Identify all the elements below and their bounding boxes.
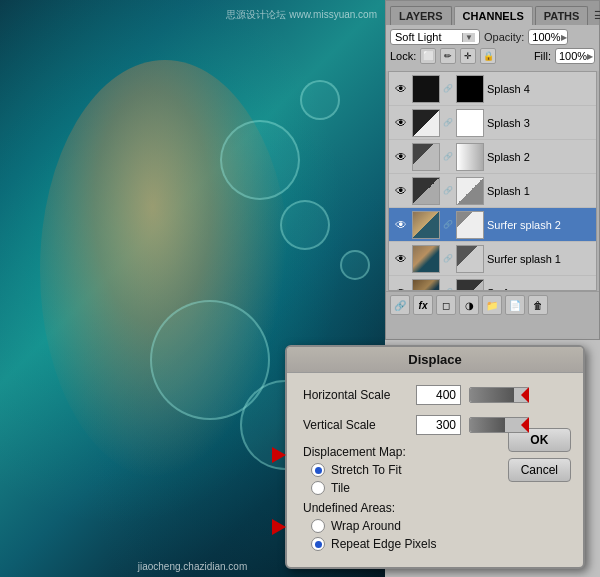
lock-brush-icon[interactable]: ✏ bbox=[440, 48, 456, 64]
stretch-to-fit-label: Stretch To Fit bbox=[331, 463, 401, 477]
repeat-edge-radio[interactable] bbox=[311, 537, 325, 551]
tile-row: Tile bbox=[311, 481, 567, 495]
fill-label: Fill: bbox=[534, 50, 551, 62]
layer-visibility-icon[interactable]: 👁 bbox=[393, 149, 409, 165]
displace-dialog: Displace OK Cancel Horizontal Scale Vert… bbox=[285, 345, 585, 569]
layer-thumbnail bbox=[412, 143, 440, 171]
blend-mode-value: Soft Light bbox=[395, 31, 441, 43]
layer-item[interactable]: 👁🔗Surfer bbox=[389, 276, 596, 291]
site-label: jiaocheng.chazidian.com bbox=[138, 561, 248, 572]
layer-visibility-icon[interactable]: 👁 bbox=[393, 81, 409, 97]
layer-name-label: Splash 3 bbox=[487, 117, 592, 129]
horizontal-slider-arrow bbox=[521, 387, 529, 403]
layer-mask-thumbnail bbox=[456, 177, 484, 205]
splash-circle bbox=[220, 120, 300, 200]
layer-chain-icon: 🔗 bbox=[443, 183, 453, 199]
layer-item[interactable]: 👁🔗Surfer splash 1 bbox=[389, 242, 596, 276]
layer-chain-icon: 🔗 bbox=[443, 217, 453, 233]
repeat-edge-row: Repeat Edge Pixels bbox=[311, 537, 567, 551]
tile-label: Tile bbox=[331, 481, 350, 495]
layer-visibility-icon[interactable]: 👁 bbox=[393, 217, 409, 233]
lock-all-icon[interactable]: 🔒 bbox=[480, 48, 496, 64]
opacity-arrow: ▶ bbox=[561, 33, 567, 42]
vertical-scale-label: Vertical Scale bbox=[303, 418, 408, 432]
lock-fill-row: Lock: ⬜ ✏ ✛ 🔒 Fill: 100% ▶ bbox=[390, 48, 595, 64]
blend-mode-arrow: ▼ bbox=[462, 33, 475, 42]
link-layers-button[interactable]: 🔗 bbox=[390, 295, 410, 315]
layer-chain-icon: 🔗 bbox=[443, 81, 453, 97]
layer-name-label: Splash 2 bbox=[487, 151, 592, 163]
lock-label: Lock: bbox=[390, 50, 416, 62]
lock-move-icon[interactable]: ✛ bbox=[460, 48, 476, 64]
vertical-scale-slider[interactable] bbox=[469, 417, 529, 433]
adjustment-button[interactable]: ◑ bbox=[459, 295, 479, 315]
repeat-radio-dot bbox=[315, 541, 322, 548]
vertical-slider-arrow bbox=[521, 417, 529, 433]
layer-item[interactable]: 👁🔗Splash 1 bbox=[389, 174, 596, 208]
layer-chain-icon: 🔗 bbox=[443, 251, 453, 267]
panel-options-icon[interactable]: ☰ bbox=[590, 6, 600, 25]
vertical-slider-fill bbox=[470, 418, 505, 432]
fill-value-text: 100% bbox=[559, 50, 587, 62]
panel-toolbar: 🔗 fx ◻ ◑ 📁 📄 🗑 bbox=[386, 291, 599, 318]
layer-visibility-icon[interactable]: 👁 bbox=[393, 251, 409, 267]
cancel-button[interactable]: Cancel bbox=[508, 458, 571, 482]
splash-circle bbox=[280, 200, 330, 250]
lock-checkers-icon[interactable]: ⬜ bbox=[420, 48, 436, 64]
add-mask-button[interactable]: ◻ bbox=[436, 295, 456, 315]
horizontal-scale-row: Horizontal Scale bbox=[303, 385, 567, 405]
tile-radio[interactable] bbox=[311, 481, 325, 495]
layer-thumbnail bbox=[412, 279, 440, 292]
vertical-scale-input[interactable] bbox=[416, 415, 461, 435]
layer-name-label: Surfer splash 2 bbox=[487, 219, 592, 231]
repeat-edge-label: Repeat Edge Pixels bbox=[331, 537, 436, 551]
fill-input[interactable]: 100% ▶ bbox=[555, 48, 595, 64]
layer-mask-thumbnail bbox=[456, 245, 484, 273]
layer-thumbnail bbox=[412, 177, 440, 205]
wrap-around-radio[interactable] bbox=[311, 519, 325, 533]
fx-button[interactable]: fx bbox=[413, 295, 433, 315]
stretch-to-fit-radio[interactable] bbox=[311, 463, 325, 477]
layer-item[interactable]: 👁🔗Splash 4 bbox=[389, 72, 596, 106]
wrap-around-row: Wrap Around bbox=[311, 519, 567, 533]
layer-item[interactable]: 👁🔗Splash 2 bbox=[389, 140, 596, 174]
stretch-radio-dot bbox=[315, 467, 322, 474]
dialog-buttons: OK Cancel bbox=[508, 428, 571, 482]
blend-mode-select[interactable]: Soft Light ▼ bbox=[390, 29, 480, 45]
layer-name-label: Splash 1 bbox=[487, 185, 592, 197]
layer-list[interactable]: 👁🔗Splash 4👁🔗Splash 3👁🔗Splash 2👁🔗Splash 1… bbox=[388, 71, 597, 291]
panel-tabs: LAYERS CHANNELS PATHS ☰ bbox=[386, 1, 599, 25]
layer-name-label: Surfer splash 1 bbox=[487, 253, 592, 265]
layer-visibility-icon[interactable]: 👁 bbox=[393, 115, 409, 131]
blend-opacity-row: Soft Light ▼ Opacity: 100% ▶ bbox=[390, 29, 595, 45]
layer-chain-icon: 🔗 bbox=[443, 149, 453, 165]
layer-thumbnail bbox=[412, 109, 440, 137]
dialog-body: OK Cancel Horizontal Scale Vertical Scal… bbox=[287, 373, 583, 567]
delete-layer-button[interactable]: 🗑 bbox=[528, 295, 548, 315]
layer-visibility-icon[interactable]: 👁 bbox=[393, 183, 409, 199]
layer-item[interactable]: 👁🔗Splash 3 bbox=[389, 106, 596, 140]
layer-chain-icon: 🔗 bbox=[443, 115, 453, 131]
horizontal-scale-input[interactable] bbox=[416, 385, 461, 405]
layer-thumbnail bbox=[412, 211, 440, 239]
horizontal-scale-slider[interactable] bbox=[469, 387, 529, 403]
layer-mask-thumbnail bbox=[456, 279, 484, 292]
layers-panel: LAYERS CHANNELS PATHS ☰ Soft Light ▼ Opa… bbox=[385, 0, 600, 340]
watermark-text: 思源设计论坛 www.missyuan.com bbox=[226, 8, 377, 22]
panel-content: Soft Light ▼ Opacity: 100% ▶ Lock: ⬜ ✏ ✛… bbox=[386, 25, 599, 71]
tab-channels[interactable]: CHANNELS bbox=[454, 6, 533, 25]
opacity-value-text: 100% bbox=[532, 31, 560, 43]
layer-thumbnail bbox=[412, 75, 440, 103]
opacity-input[interactable]: 100% ▶ bbox=[528, 29, 568, 45]
layer-item[interactable]: 👁🔗Surfer splash 2 bbox=[389, 208, 596, 242]
lock-icons-group: ⬜ ✏ ✛ 🔒 bbox=[420, 48, 496, 64]
splash-circle bbox=[340, 250, 370, 280]
splash-circle bbox=[300, 80, 340, 120]
group-button[interactable]: 📁 bbox=[482, 295, 502, 315]
new-layer-button[interactable]: 📄 bbox=[505, 295, 525, 315]
opacity-label: Opacity: bbox=[484, 31, 524, 43]
tab-layers[interactable]: LAYERS bbox=[390, 6, 452, 25]
layer-mask-thumbnail bbox=[456, 75, 484, 103]
tab-paths[interactable]: PATHS bbox=[535, 6, 589, 25]
horizontal-slider-fill bbox=[470, 388, 514, 402]
